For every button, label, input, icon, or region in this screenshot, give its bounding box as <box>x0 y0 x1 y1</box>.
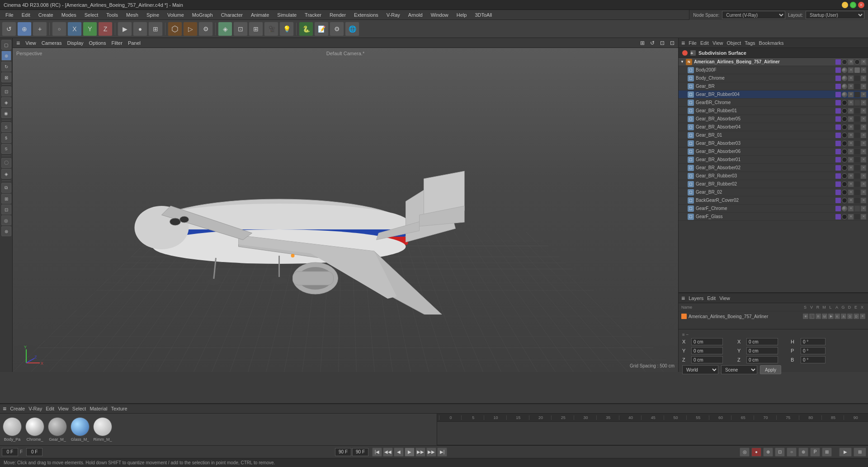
obj-Gear_BR_Absorber05[interactable]: ▢ Gear_BR_Absorber05 ✕ ✕ <box>679 115 868 123</box>
snap-button[interactable]: ⊕ <box>17 22 32 36</box>
bottom-menu-material[interactable]: Material <box>90 406 107 411</box>
play-button[interactable]: ▶ <box>118 22 132 36</box>
menu-extensions[interactable]: Extensions <box>350 11 382 19</box>
layer-ctrl-key[interactable]: K <box>835 314 840 319</box>
viewport-icon-1[interactable]: ⊞ <box>640 40 645 46</box>
viewport-menu-filter[interactable]: Panel <box>128 40 141 46</box>
viewport-shading[interactable]: ◈ <box>218 22 232 36</box>
obj-close-1[interactable]: ✕ <box>848 59 854 65</box>
coord-h-rot[interactable] <box>801 338 826 345</box>
menu-volume[interactable]: Volume <box>164 11 188 19</box>
om-menu-file[interactable]: File <box>689 40 697 46</box>
menu-mesh[interactable]: Mesh <box>123 11 142 19</box>
menu-vray[interactable]: V-Ray <box>383 11 404 19</box>
playback-icon-10[interactable]: ⊞ <box>854 448 866 457</box>
obj-Gear_BR_Absorber03[interactable]: ▢ Gear_BR_Absorber03 ✕ ✕ <box>679 139 868 148</box>
lt-sculpt[interactable]: ⊛ <box>1 226 11 236</box>
obj-tag-Body200F[interactable] <box>835 67 841 73</box>
lt-s2[interactable]: S <box>1 144 11 154</box>
obj-Gear_BR_01[interactable]: ▢ Gear_BR_01 ✕ ✕ <box>679 131 868 139</box>
bottom-menu-toggle[interactable]: ≡ <box>3 405 6 412</box>
coord-z-pos[interactable] <box>691 356 723 363</box>
om-menu-edit[interactable]: Edit <box>700 40 709 46</box>
lt-s1[interactable]: S <box>1 122 11 132</box>
obj-Body_Chrome[interactable]: ▢ Body_Chrome ✕ ✕ <box>679 74 868 82</box>
layers-menu-edit[interactable]: Edit <box>707 295 716 301</box>
lt-paint[interactable]: ◎ <box>1 215 11 225</box>
obj-Gear_BR_Rubber004[interactable]: ▢ Gear_BR_Rubber004 ✕ ✕ <box>679 91 868 99</box>
menu-animate[interactable]: Animate <box>247 11 273 19</box>
obj-GearF_Glass[interactable]: ▢ GearF_Glass ✕ ✕ <box>679 213 868 221</box>
maximize-button[interactable]: □ <box>850 2 856 8</box>
undo-button[interactable]: ↺ <box>2 22 16 36</box>
viewport-filter[interactable]: ⊡ <box>233 22 248 36</box>
obj-x2[interactable]: ✕ <box>861 67 866 73</box>
next-frame-button[interactable]: ▶▶ <box>426 448 436 457</box>
prev-key-button[interactable]: ◀ <box>394 448 404 457</box>
mode-y[interactable]: Y <box>83 22 97 36</box>
node-space-dropdown[interactable]: Current (V-Ray) <box>722 11 785 19</box>
bottom-menu-edit[interactable]: Edit <box>46 406 54 411</box>
layer-ctrl-x[interactable]: ✕ <box>860 314 865 319</box>
playback-icon-record[interactable]: ● <box>751 448 761 457</box>
obj-Gear_BR_Rubber01[interactable]: ▢ Gear_BR_Rubber01 ✕ ✕ <box>679 107 868 115</box>
keyframe-button[interactable]: ⊞ <box>148 22 163 36</box>
menu-tracker[interactable]: Tracker <box>301 11 325 19</box>
lt-scene[interactable]: ◈ <box>1 97 11 107</box>
layer-ctrl-eye[interactable]: 👁 <box>803 314 808 319</box>
playback-icon-1[interactable]: ◎ <box>740 448 750 457</box>
mode-x[interactable]: X <box>67 22 82 36</box>
python-button[interactable]: 🐍 <box>299 22 313 36</box>
obj-Gear_BR_Absorber06[interactable]: ▢ Gear_BR_Absorber06 ✕ ✕ <box>679 148 868 156</box>
bottom-menu-select[interactable]: Select <box>72 406 86 411</box>
mode-z[interactable]: Z <box>98 22 113 36</box>
menu-select[interactable]: Select <box>81 11 102 19</box>
bottom-menu-vray[interactable]: V-Ray <box>28 406 42 411</box>
obj-Body200F[interactable]: ▢ Body200F ✕ ✕ <box>679 66 868 74</box>
mat-item-chrome[interactable]: Chrome_ <box>25 417 44 442</box>
viewport-menu-view[interactable]: View <box>25 40 36 46</box>
viewport-menu-display[interactable]: Display <box>67 40 83 46</box>
camera-button[interactable]: 🎥 <box>264 22 278 36</box>
obj-vis-2[interactable] <box>854 59 860 65</box>
menu-edit[interactable]: Edit <box>18 11 34 19</box>
menu-window[interactable]: Window <box>427 11 452 19</box>
menu-tools[interactable]: Tools <box>103 11 122 19</box>
layers-menu-view[interactable]: View <box>719 295 730 301</box>
om-menu-bookmarks[interactable]: Bookmarks <box>759 40 784 46</box>
coord-x-size[interactable] <box>746 338 778 345</box>
om-menu-toggle[interactable]: ≡ <box>681 39 685 47</box>
layer-item-american[interactable]: American_Airlines_Boeing_757_Airliner 👁 … <box>679 311 868 321</box>
minimize-button[interactable]: − <box>842 2 848 8</box>
render-button[interactable]: ▷ <box>183 22 198 36</box>
lt-select[interactable]: ▢ <box>1 40 11 50</box>
obj-GearF_Chrome[interactable]: ▢ GearF_Chrome ✕ ✕ <box>679 205 868 213</box>
next-key-button[interactable]: ▶▶ <box>415 448 425 457</box>
om-menu-view[interactable]: View <box>712 40 723 46</box>
menu-mograph[interactable]: MoGraph <box>189 11 217 19</box>
model-mode[interactable]: ○ <box>52 22 66 36</box>
layout-dropdown[interactable]: Startup (User) <box>806 11 864 19</box>
menu-3dtoall[interactable]: 3DToAll <box>471 11 495 19</box>
close-button[interactable]: ✕ <box>858 2 864 8</box>
mat-item-glass[interactable]: Glass_M_ <box>71 417 90 442</box>
om-menu-tags[interactable]: Tags <box>745 40 755 46</box>
menu-character[interactable]: Character <box>217 11 246 19</box>
layer-ctrl-cam[interactable]: 🎥 <box>809 314 815 319</box>
bottom-menu-create[interactable]: Create <box>10 406 25 411</box>
playback-icon-9[interactable]: ▶ <box>839 448 852 457</box>
obj-Gear_BR_Absorber02[interactable]: ▢ Gear_BR_Absorber02 ✕ ✕ <box>679 164 868 172</box>
obj-Gear_BR_Rubber02[interactable]: ▢ Gear_BR_Rubber02 ✕ ✕ <box>679 180 868 188</box>
globe-button[interactable]: 🌐 <box>345 22 359 36</box>
lt-grid[interactable]: ⊞ <box>1 194 11 204</box>
layer-ctrl-anim[interactable]: A <box>841 314 846 319</box>
frame-current-input[interactable] <box>26 448 42 456</box>
coord-z-size[interactable] <box>746 356 778 363</box>
bottom-menu-texture[interactable]: Texture <box>111 406 127 411</box>
menu-spine[interactable]: Spine <box>143 11 163 19</box>
playback-icon-8[interactable]: ⊞ <box>822 448 832 457</box>
viewport-icon-2[interactable]: ↺ <box>650 40 655 46</box>
menu-modes[interactable]: Modes <box>58 11 80 19</box>
grid-toggle[interactable]: ⊞ <box>249 22 263 36</box>
frame-start-input[interactable] <box>2 448 18 456</box>
